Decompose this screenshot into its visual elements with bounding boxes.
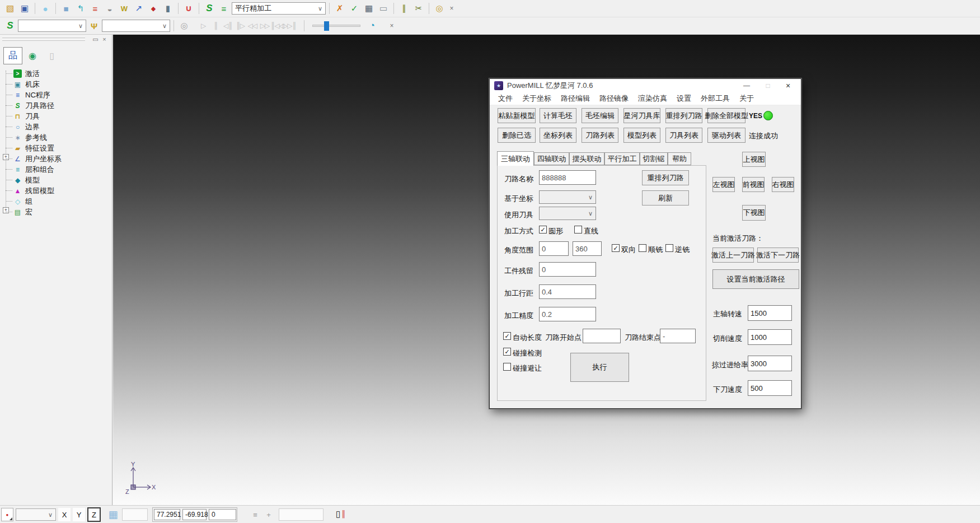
block-edit-button[interactable]: 毛坯编辑 — [582, 108, 618, 123]
pause-icon[interactable]: ║ — [210, 20, 221, 32]
tool-holder-icon[interactable]: ▮ — [161, 2, 175, 15]
simulate-icon[interactable]: ✓ — [348, 2, 361, 15]
stock-allowance-input[interactable] — [539, 262, 596, 277]
end-point-input[interactable] — [660, 329, 696, 343]
block-icon[interactable]: ■ — [59, 2, 73, 15]
model-list-button[interactable]: 模型列表 — [623, 128, 660, 143]
collision-icon[interactable]: ∪ — [182, 2, 195, 15]
bidirectional-checkbox[interactable]: ✓ — [612, 244, 620, 252]
circular-checkbox[interactable]: ✓ — [539, 226, 547, 234]
lamp-icon[interactable]: ◎ — [177, 19, 191, 32]
delete-selected-button[interactable]: 删除已选 — [498, 128, 536, 143]
tab-saw[interactable]: 切割锯 — [640, 152, 668, 165]
statusbar-dropdown[interactable]: ∨ — [16, 508, 56, 521]
toolpath-list-button[interactable]: 刀路列表 — [582, 128, 618, 143]
view-left-button[interactable]: 左视图 — [712, 177, 735, 192]
tree-item-levels-sets[interactable]: ≡ 层和组合 — [13, 164, 54, 175]
use-tool-dropdown[interactable]: ∨ — [539, 207, 596, 220]
tool-library-button[interactable]: 星河刀具库 — [623, 108, 660, 123]
compare-icon[interactable]: ◎ — [433, 2, 446, 15]
tree-item-boundaries[interactable]: ○ 边界 — [13, 122, 40, 132]
web-tab[interactable]: ◉ — [23, 47, 42, 64]
explorer-tab[interactable]: 品 — [3, 47, 22, 64]
close-toolbar-icon[interactable]: × — [387, 21, 396, 30]
menu-path-edit[interactable]: 路径编辑 — [561, 94, 590, 104]
coord-z-field[interactable]: 0 — [209, 509, 236, 520]
view-right-button[interactable]: 右视图 — [772, 177, 794, 192]
execute-button[interactable]: 执行 — [570, 353, 629, 382]
tab-4axis[interactable]: 四轴联动 — [534, 152, 569, 165]
go-end-icon[interactable]: ▷▷║ — [284, 20, 295, 32]
speed-slider[interactable] — [312, 25, 360, 27]
auto-length-checkbox[interactable]: ✓ — [503, 332, 511, 340]
coord-list-button[interactable]: 坐标列表 — [540, 128, 576, 143]
axis-x-button[interactable]: X — [58, 508, 71, 521]
tool-list-button[interactable]: 刀具列表 — [665, 128, 702, 143]
skim-feed-input[interactable] — [748, 356, 792, 371]
tree-item-machine-tool[interactable]: ▣ 机床 — [13, 79, 40, 90]
mirror-icon[interactable]: ∥ — [397, 2, 411, 15]
set-active-path-button[interactable]: 设置当前激活路径 — [712, 269, 799, 289]
play-icon[interactable]: ▷ — [198, 20, 209, 32]
plunge-speed-input[interactable] — [748, 380, 792, 396]
close-toolbar-icon[interactable]: × — [447, 4, 456, 13]
clock-icon[interactable]: ◔ — [366, 20, 378, 32]
panel-gripper[interactable] — [2, 40, 85, 41]
pause-output-button[interactable]: ▯ ║ — [336, 509, 346, 519]
refresh-button[interactable]: 刷新 — [642, 190, 689, 206]
tool-ball-icon[interactable]: ◒ — [103, 2, 116, 15]
activate-prev-button[interactable]: 激活上一刀路 — [712, 248, 754, 263]
tree-item-models[interactable]: ◆ 模型 — [13, 175, 40, 185]
base-coord-dropdown[interactable]: ∨ — [539, 190, 596, 204]
axis-y-button[interactable]: Y — [73, 508, 85, 521]
strategy-dropdown[interactable]: 平行精加工 ∨ — [232, 2, 326, 15]
delete-all-models-button[interactable]: 删除全部模型 — [707, 108, 745, 123]
cursor-mode-button[interactable]: ● — [1, 508, 13, 521]
tab-3axis[interactable]: 三轴联动 — [497, 151, 534, 166]
xyz-list-icon[interactable]: ≡ — [251, 510, 260, 519]
tolerance-input[interactable] — [539, 307, 596, 321]
cutting-speed-input[interactable] — [748, 329, 792, 345]
calculator-icon[interactable]: ▦ — [362, 2, 376, 15]
collision-check-checkbox[interactable]: ✓ — [503, 348, 511, 356]
cut-icon[interactable]: ✂ — [412, 2, 425, 15]
go-start-icon[interactable]: ║◁◁ — [271, 20, 283, 32]
speed-slider-handle[interactable] — [324, 21, 329, 31]
calc-block-button[interactable]: 计算毛坯 — [540, 108, 576, 123]
measure-icon[interactable]: ▭ — [377, 2, 390, 15]
probe-point-icon[interactable]: + — [264, 510, 273, 519]
expand-icon[interactable]: + — [3, 207, 9, 213]
save-icon[interactable]: ▣ — [18, 2, 31, 15]
menu-coords[interactable]: 关于坐标 — [522, 94, 551, 104]
tree-item-activate[interactable]: > 激活 — [13, 68, 40, 79]
minimize-button[interactable]: — — [738, 79, 755, 92]
menu-external-tools[interactable]: 外部工具 — [701, 94, 730, 104]
open-file-icon[interactable]: ▧ — [3, 2, 17, 15]
tree-item-patterns[interactable]: ∗ 参考线 — [13, 132, 47, 143]
expand-icon[interactable]: + — [3, 154, 9, 160]
sim-tool-dropdown[interactable]: ∨ — [102, 20, 170, 32]
search-back-icon[interactable]: ◁◁ — [247, 20, 258, 32]
float-panel-icon[interactable]: ▭ — [91, 35, 100, 43]
angle-from-input[interactable] — [539, 241, 569, 256]
tree-item-macros[interactable]: ▤ 宏 — [13, 207, 32, 217]
search-forward-icon[interactable]: ▷▷ — [259, 20, 270, 32]
sim-toolpath-dropdown[interactable]: ∨ — [18, 20, 86, 32]
statusbar-field-1[interactable] — [122, 508, 148, 521]
grid-icon[interactable]: ▦ — [106, 508, 120, 521]
linear-checkbox[interactable]: ✓ — [574, 226, 582, 234]
paste-new-model-button[interactable]: 粘贴新模型 — [498, 108, 536, 123]
step-forward-icon[interactable]: ║▷ — [235, 20, 246, 32]
menu-path-mirror[interactable]: 路径镜像 — [599, 94, 629, 104]
collision-avoid-checkbox[interactable]: ✓ — [503, 363, 511, 371]
view-front-button[interactable]: 前视图 — [742, 177, 765, 192]
spindle-speed-input[interactable] — [748, 305, 792, 321]
coord-x-field[interactable]: 77.2951 — [154, 509, 180, 520]
tab-head-sync[interactable]: 摆头联动 — [569, 152, 604, 165]
close-panel-icon[interactable]: × — [100, 35, 109, 43]
recycle-tab[interactable]: ▯ — [43, 47, 62, 64]
tree-item-workplanes[interactable]: ∠ 用户坐标系 — [13, 153, 62, 164]
climb-checkbox[interactable]: ✓ — [639, 244, 646, 252]
toolpath-name-input[interactable] — [539, 170, 596, 185]
leads-links-icon[interactable]: W — [118, 2, 131, 15]
